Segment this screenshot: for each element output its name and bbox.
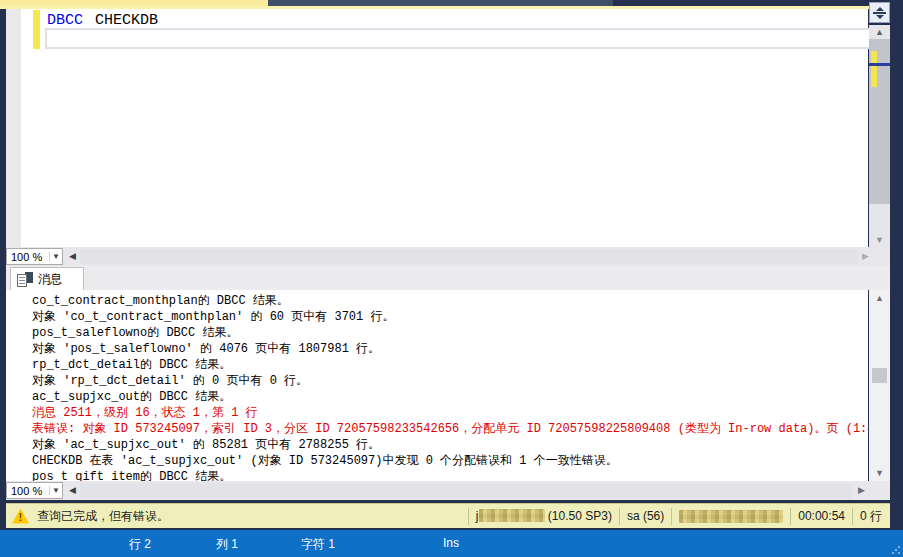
- scrollbar-change-annotation: [871, 51, 877, 87]
- messages-zoom-value: 100 %: [7, 485, 49, 497]
- messages-bottom-bar: 100 % ▼ ◀ ▶: [6, 481, 890, 500]
- sql-statement: CHECKDB: [95, 12, 158, 29]
- query-editor[interactable]: DBCCCHECKDB: [6, 9, 868, 247]
- messages-pages-icon: [17, 272, 33, 287]
- status-separator: [790, 508, 791, 525]
- tab-messages-label: 消息: [38, 271, 62, 288]
- message-line: co_t_contract_monthplan的 DBCC 结果。: [32, 293, 868, 309]
- insert-mode-indicator: Ins: [443, 536, 459, 550]
- messages-horizontal-scrollbar[interactable]: [80, 483, 852, 498]
- cursor-char-indicator: 字符 1: [301, 536, 335, 553]
- scrollbar-caret-marker: [869, 63, 890, 66]
- split-line: [873, 12, 886, 14]
- scroll-left-icon[interactable]: ◀: [69, 485, 76, 495]
- message-line: pos_t_gift_item的 DBCC 结果。: [32, 469, 868, 481]
- status-right-group: j (10.50 SP3) sa (56) 00:00:54 0 行: [461, 504, 890, 528]
- status-message: 查询已完成，但有错误。: [37, 508, 169, 525]
- editor-zoom-dropdown[interactable]: 100 % ▼: [6, 248, 63, 265]
- icon-line: [19, 280, 25, 281]
- message-line: pos_t_saleflowno的 DBCC 结果。: [32, 325, 868, 341]
- results-tab-row: 消息: [6, 266, 890, 290]
- messages-text: co_t_contract_monthplan的 DBCC 结果。 对象 'co…: [6, 290, 868, 481]
- cursor-line-indicator: 行 2: [129, 536, 151, 553]
- server-version: (10.50 SP3): [545, 509, 612, 523]
- status-separator: [852, 508, 853, 525]
- tab-messages[interactable]: 消息: [10, 267, 84, 291]
- scroll-down-icon[interactable]: ▼: [869, 468, 890, 478]
- status-separator: [671, 508, 672, 525]
- editor-vertical-scrollbar[interactable]: ▲ ▼: [869, 25, 890, 247]
- scroll-right-icon[interactable]: ▶: [858, 485, 865, 495]
- message-line: ac_t_supjxc_out的 DBCC 结果。: [32, 389, 868, 405]
- icon-line: [19, 283, 25, 284]
- icon-line: [19, 277, 25, 278]
- query-duration: 00:00:54: [798, 509, 845, 523]
- messages-scrollbar-thumb[interactable]: [872, 368, 887, 383]
- redacted-server-name: [479, 509, 545, 522]
- query-status-bar: ! 查询已完成，但有错误。 j (10.50 SP3) sa (56) 00:0…: [6, 503, 890, 528]
- messages-zoom-dropdown[interactable]: 100 % ▼: [6, 482, 63, 499]
- messages-vertical-scrollbar[interactable]: ▲ ▼: [869, 290, 890, 481]
- rows-count: 0 行: [860, 508, 890, 525]
- session-user: sa (56): [627, 509, 664, 523]
- scroll-up-icon[interactable]: ▲: [869, 27, 890, 37]
- message-line: rp_t_dct_detail的 DBCC 结果。: [32, 357, 868, 373]
- current-line-box[interactable]: [45, 28, 876, 49]
- server-name: j (10.50 SP3): [476, 509, 612, 523]
- status-separator: [468, 508, 469, 525]
- scroll-down-icon[interactable]: ▼: [869, 235, 890, 245]
- redacted-database-name: [679, 510, 783, 523]
- message-line: 对象 'co_t_contract_monthplan' 的 60 页中有 37…: [32, 309, 868, 325]
- split-handle-icon[interactable]: [869, 2, 890, 23]
- messages-pane[interactable]: co_t_contract_monthplan的 DBCC 结果。 对象 'co…: [6, 290, 868, 481]
- message-line-error: 表错误: 对象 ID 573245097，索引 ID 3，分区 ID 72057…: [32, 421, 868, 437]
- scroll-left-icon[interactable]: ◀: [69, 251, 76, 261]
- message-line-error: 消息 2511，级别 16，状态 1，第 1 行: [32, 405, 868, 421]
- editor-horizontal-scrollbar[interactable]: [80, 249, 858, 264]
- status-separator: [619, 508, 620, 525]
- editor-indicator-margin: [6, 9, 21, 247]
- resize-grip[interactable]: [891, 545, 901, 555]
- message-line: 对象 'ac_t_supjxc_out' 的 85281 页中有 2788255…: [32, 437, 868, 453]
- chevron-down-icon[interactable]: ▼: [49, 486, 62, 495]
- chevron-down-icon[interactable]: ▼: [49, 252, 62, 261]
- editor-zoom-value: 100 %: [7, 251, 49, 263]
- split-arrow-down: [876, 15, 884, 19]
- scroll-right-icon[interactable]: ▶: [862, 251, 869, 261]
- message-line: 对象 'rp_t_dct_detail' 的 0 页中有 0 行。: [32, 373, 868, 389]
- split-arrow-up: [876, 7, 884, 11]
- message-line: CHECKDB 在表 'ac_t_supjxc_out' (对象 ID 5732…: [32, 453, 868, 469]
- change-tracking-bar: [33, 10, 40, 49]
- editor-bottom-bar: 100 % ▼ ◀ ▶: [6, 247, 890, 266]
- scroll-up-icon[interactable]: ▲: [869, 293, 890, 303]
- warning-triangle-icon: !: [12, 509, 29, 524]
- message-line: 对象 'pos_t_saleflowno' 的 4076 页中有 1807981…: [32, 341, 868, 357]
- sql-keyword: DBCC: [47, 12, 83, 29]
- position-status-bar: 行 2 列 1 字符 1 Ins: [0, 530, 903, 557]
- cursor-column-indicator: 列 1: [216, 536, 238, 553]
